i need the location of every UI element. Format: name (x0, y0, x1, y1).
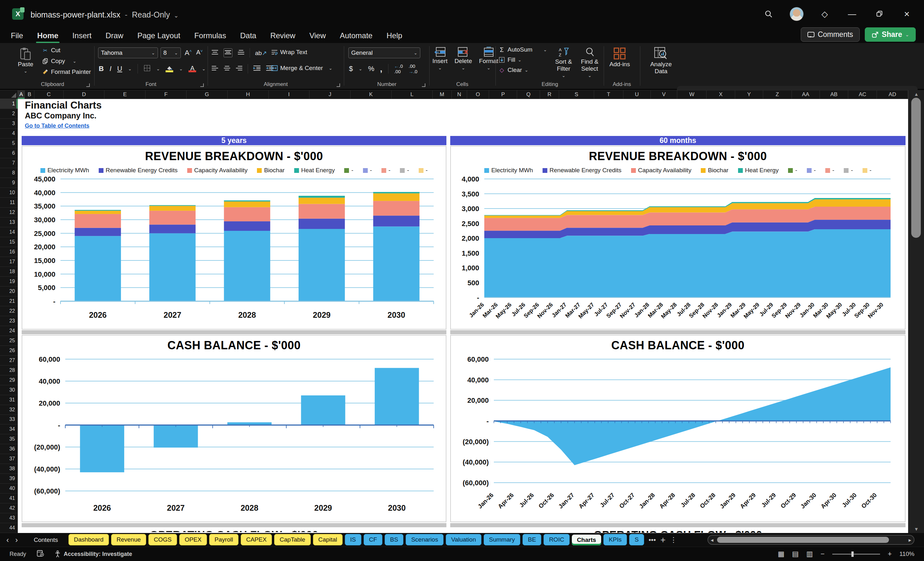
fill-color-dropdown[interactable]: ⌄ (179, 66, 183, 71)
autosum-button[interactable]: ΣAutoSum⌄ (499, 46, 547, 53)
row-header-37[interactable]: 37 (0, 454, 18, 464)
clear-button[interactable]: ◇Clear⌄ (499, 66, 547, 74)
row-header-40[interactable]: 40 (0, 484, 18, 494)
sheet-tab-contents[interactable]: Contents (33, 535, 63, 545)
sheet-tab-charts[interactable]: Charts (572, 535, 601, 545)
sheet-tab-revenue[interactable]: Revenue (111, 534, 146, 545)
row-header-39[interactable]: 39 (0, 474, 18, 484)
accounting-format-button[interactable]: $ (349, 64, 353, 73)
row-header-6[interactable]: 6 (0, 148, 18, 158)
premium-diamond-icon[interactable]: ◇ (818, 8, 831, 20)
row-header-11[interactable]: 11 (0, 198, 18, 208)
paste-button[interactable]: Paste⌄ (18, 48, 33, 74)
accounting-format-dropdown[interactable]: ⌄ (358, 66, 362, 71)
sheet-tab-valuation[interactable]: Valuation (446, 534, 482, 545)
wrap-text-button[interactable]: Wrap Text (271, 49, 307, 56)
column-header-V[interactable]: V (651, 90, 678, 99)
row-header-14[interactable]: 14 (0, 227, 18, 237)
row-header-19[interactable]: 19 (0, 277, 18, 286)
column-header-AD[interactable]: AD (877, 90, 908, 99)
menu-tab-home[interactable]: Home (37, 31, 58, 40)
align-bottom-button[interactable] (237, 50, 244, 56)
align-left-button[interactable] (212, 65, 218, 72)
row-header-34[interactable]: 34 (0, 424, 18, 434)
menu-tab-automate[interactable]: Automate (340, 31, 372, 40)
legend-item[interactable]: - (363, 167, 372, 174)
column-header-R[interactable]: R (540, 90, 559, 99)
column-headers[interactable]: ABCDEFGHIJKLMNOPQRSTUVWXYZAAABACAD (0, 90, 908, 99)
row-header-12[interactable]: 12 (0, 208, 18, 218)
scroll-right-arrow[interactable]: ▸ (908, 537, 911, 543)
borders-button[interactable] (144, 64, 151, 73)
merge-center-button[interactable]: Merge & Center⌄ (271, 64, 332, 72)
menu-tab-insert[interactable]: Insert (72, 31, 92, 40)
legend-item[interactable]: - (344, 167, 353, 174)
row-header-5[interactable]: 5 (0, 138, 18, 148)
select-all-corner[interactable] (0, 90, 18, 99)
column-header-T[interactable]: T (594, 90, 623, 99)
menu-tab-help[interactable]: Help (387, 31, 402, 40)
sheet-tab-kpis[interactable]: KPIs (603, 534, 627, 545)
sheet-tab-roic[interactable]: ROIC (543, 534, 570, 545)
alignment-dialog-launcher[interactable] (336, 83, 340, 87)
column-header-J[interactable]: J (309, 90, 351, 99)
row-header-8[interactable]: 8 (0, 168, 18, 178)
sheet-tab-capital[interactable]: Capital (313, 534, 343, 545)
sheet-options-dots[interactable]: ⋮ (670, 536, 677, 544)
column-header-S[interactable]: S (559, 90, 594, 99)
row-header-38[interactable]: 38 (0, 464, 18, 474)
column-header-Y[interactable]: Y (735, 90, 763, 99)
row-header-33[interactable]: 33 (0, 415, 18, 425)
row-header-28[interactable]: 28 (0, 366, 18, 375)
row-header-36[interactable]: 36 (0, 444, 18, 454)
minimize-button[interactable]: — (846, 8, 858, 20)
sheet-tab-capex[interactable]: CAPEX (241, 534, 272, 545)
column-header-U[interactable]: U (623, 90, 651, 99)
decrease-indent-button[interactable] (253, 65, 261, 72)
font-color-dropdown[interactable]: ⌄ (202, 66, 206, 71)
row-header-25[interactable]: 25 (0, 336, 18, 346)
addins-button[interactable]: Add-ins (609, 47, 630, 68)
row-header-32[interactable]: 32 (0, 405, 18, 415)
legend-item[interactable]: Biochar (701, 167, 728, 174)
prev-sheet-arrow[interactable]: ‹ (6, 536, 9, 544)
column-header-E[interactable]: E (104, 90, 146, 99)
legend-item[interactable]: - (788, 167, 797, 174)
fill-button[interactable]: Fill⌄ (499, 56, 547, 63)
sheet-tab-captable[interactable]: CapTable (274, 534, 310, 545)
delete-cells-button[interactable]: Delete⌄ (454, 47, 472, 70)
menu-tab-data[interactable]: Data (240, 31, 256, 40)
zoom-out-button[interactable]: − (820, 550, 825, 558)
next-sheet-arrow[interactable]: › (15, 536, 18, 544)
insert-cells-button[interactable]: Insert⌄ (432, 47, 448, 70)
legend-item[interactable]: Biochar (257, 167, 284, 174)
row-header-26[interactable]: 26 (0, 346, 18, 356)
vertical-scroll-thumb[interactable] (911, 98, 921, 238)
row-header-1[interactable]: 1 (0, 99, 18, 109)
menu-tab-draw[interactable]: Draw (105, 31, 123, 40)
column-header-K[interactable]: K (351, 90, 392, 99)
zoom-slider[interactable] (832, 554, 880, 555)
bold-button[interactable]: B (99, 64, 104, 73)
table-of-contents-link[interactable]: Go to Table of Contents (25, 123, 90, 129)
row-header-27[interactable]: 27 (0, 356, 18, 366)
row-header-21[interactable]: 21 (0, 296, 18, 306)
comma-style-button[interactable]: , (380, 64, 382, 74)
legend-item[interactable]: Renewable Energy Credits (543, 167, 621, 174)
font-name-select[interactable]: Tahoma⌄ (98, 48, 158, 58)
add-sheet-button[interactable]: + (660, 535, 666, 545)
align-middle-button[interactable] (224, 48, 232, 57)
align-center-button[interactable] (224, 65, 231, 72)
scroll-down-arrow[interactable]: ▼ (908, 526, 924, 532)
row-headers[interactable]: 1234567891011121314151617181920212223242… (0, 99, 18, 533)
column-header-AC[interactable]: AC (848, 90, 877, 99)
font-size-select[interactable]: 8⌄ (160, 48, 181, 58)
row-header-24[interactable]: 24 (0, 326, 18, 336)
column-header-Z[interactable]: Z (763, 90, 792, 99)
row-header-29[interactable]: 29 (0, 375, 18, 385)
column-header-C[interactable]: C (34, 90, 64, 99)
borders-dropdown[interactable]: ⌄ (156, 66, 160, 71)
column-header-I[interactable]: I (269, 90, 310, 99)
column-header-B[interactable]: B (25, 90, 34, 99)
row-header-9[interactable]: 9 (0, 178, 18, 188)
